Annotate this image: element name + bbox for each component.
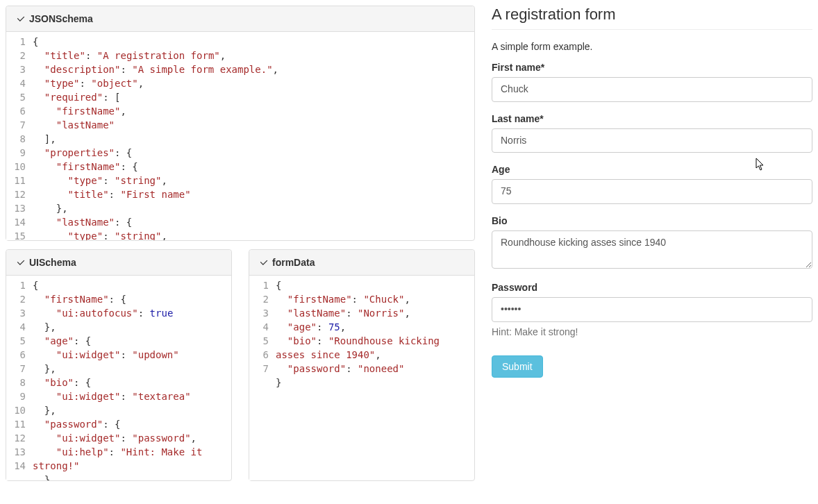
bio-textarea[interactable] — [492, 230, 812, 269]
line-gutter: 123456789101112131415 — [6, 32, 31, 240]
line-gutter: 1234567 — [249, 276, 274, 480]
check-icon — [17, 15, 25, 23]
bio-label: Bio — [492, 215, 812, 226]
check-icon — [17, 258, 25, 267]
formdata-editor[interactable]: 1234567{ "firstName": "Chuck", "lastName… — [249, 276, 474, 480]
jsonschema-panel-title: JSONSchema — [29, 13, 93, 24]
formdata-panel: formData 1234567{ "firstName": "Chuck", … — [249, 249, 475, 481]
code-area[interactable]: { "firstName": { "ui:autofocus": true },… — [31, 276, 231, 480]
age-input[interactable] — [492, 179, 812, 204]
check-icon — [260, 258, 268, 267]
password-input[interactable] — [492, 297, 812, 322]
form-title: A registration form — [492, 6, 812, 30]
uischema-panel-title: UISchema — [29, 257, 76, 268]
formdata-panel-heading: formData — [249, 250, 474, 276]
password-label: Password — [492, 282, 812, 293]
jsonschema-editor[interactable]: 123456789101112131415{ "title": "A regis… — [6, 32, 474, 240]
last-name-label: Last name* — [492, 113, 812, 124]
first-name-input[interactable] — [492, 77, 812, 102]
form-description: A simple form example. — [492, 41, 812, 52]
submit-button[interactable]: Submit — [492, 355, 543, 378]
uischema-panel-heading: UISchema — [6, 250, 231, 276]
uischema-panel: UISchema 1234567891011121314{ "firstName… — [6, 249, 232, 481]
age-label: Age — [492, 164, 812, 175]
jsonschema-panel-heading: JSONSchema — [6, 6, 474, 32]
jsonschema-panel: JSONSchema 123456789101112131415{ "title… — [6, 6, 475, 241]
code-area[interactable]: { "firstName": "Chuck", "lastName": "Nor… — [274, 276, 474, 480]
first-name-label: First name* — [492, 62, 812, 73]
formdata-panel-title: formData — [272, 257, 315, 268]
code-area[interactable]: { "title": "A registration form", "descr… — [31, 32, 474, 240]
line-gutter: 1234567891011121314 — [6, 276, 31, 480]
last-name-input[interactable] — [492, 128, 812, 153]
uischema-editor[interactable]: 1234567891011121314{ "firstName": { "ui:… — [6, 276, 231, 480]
password-help-text: Hint: Make it strong! — [492, 326, 812, 337]
